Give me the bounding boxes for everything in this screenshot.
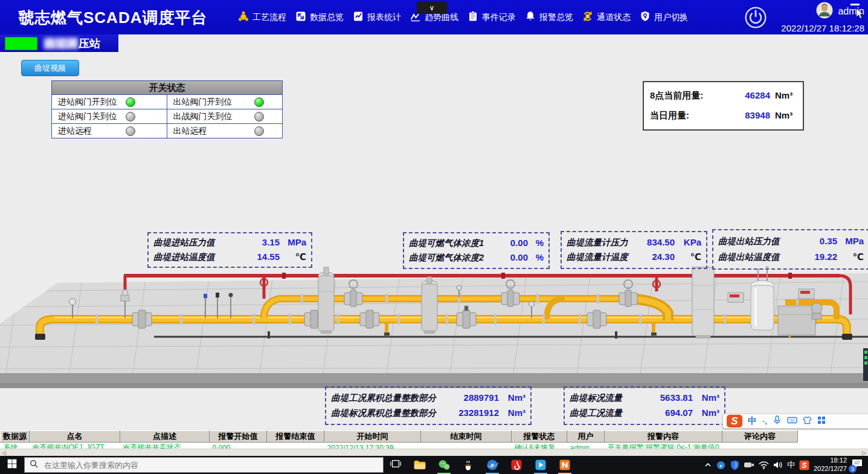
nav-item-channel-status[interactable]: 通道状态 — [582, 10, 631, 24]
station-video-button[interactable]: 曲堤视频 — [21, 60, 79, 76]
wifi-icon[interactable] — [759, 461, 769, 469]
ie-browser-icon[interactable]: e — [480, 456, 504, 474]
ime-punctuation-icon[interactable]: ·, — [762, 417, 767, 426]
qq-icon[interactable] — [456, 456, 480, 474]
tray-time-value: 18:12 — [814, 456, 847, 465]
col-point-desc: 点描述 — [120, 431, 210, 443]
notification-center-button[interactable]: 3 — [851, 458, 866, 472]
alarm-hscrollbar[interactable]: ◁ ▷ — [0, 449, 868, 456]
data-overview-icon — [295, 10, 307, 24]
sogou-ime-bar: S 中 ·, — [722, 414, 868, 429]
tray-device-icon[interactable] — [744, 461, 754, 469]
nav-label: 通道状态 — [597, 12, 631, 23]
switch-status-title: 开关状态 — [52, 81, 282, 95]
system-tray: e 中 S 18:12 2022/12/27 3 — [704, 456, 868, 473]
station-status-indicator — [5, 37, 37, 50]
search-icon — [30, 459, 38, 470]
speaker-icon[interactable] — [773, 461, 783, 469]
nav-item-alarm-overview[interactable]: 报警总览 — [524, 10, 573, 24]
user-avatar[interactable] — [816, 2, 833, 21]
nav-item-report-stats[interactable]: 报表统计 — [352, 10, 401, 24]
svg-text:e: e — [490, 461, 494, 469]
windows-taskbar: e e 中 S 18:12 2022/12/27 3 — [0, 456, 868, 474]
status-led — [126, 126, 135, 136]
usage-row: 当日用量:83948Nm³ — [650, 110, 797, 122]
col-alarm-start-value: 报警开始值 — [210, 431, 267, 443]
status-led — [126, 112, 135, 122]
alarm-table-section: 数据源 点名 点描述 报警开始值 报警结束值 开始时间 结束时间 报警状态 用户… — [0, 430, 868, 449]
nav-label: 报警总览 — [539, 12, 573, 23]
pipeline-3d-view — [0, 266, 868, 388]
col-point-name: 点名 — [30, 431, 120, 443]
gas-concentration-panel: 曲堤可燃气体浓度10.00% 曲堤可燃气体浓度20.00% — [403, 232, 550, 269]
switch-cell: 出战阀门关到位 — [167, 109, 283, 124]
tray-ime-indicator[interactable]: 中 — [787, 459, 795, 470]
tray-date-value: 2022/12/27 — [814, 465, 847, 473]
alarm-bell-icon — [524, 10, 536, 24]
nav-item-process-flow[interactable]: 工艺流程 — [237, 10, 286, 24]
switch-cell: 出站远程 — [167, 124, 283, 138]
power-logout-button[interactable] — [744, 6, 767, 29]
nav-label: 用户切换 — [654, 12, 688, 23]
usage-row: 8点当前用量:46284Nm³ — [650, 90, 797, 102]
nav-item-data-overview[interactable]: 数据总览 — [295, 10, 344, 24]
start-button[interactable] — [0, 456, 24, 474]
station-name-blurred: 曲堤调 — [43, 37, 79, 50]
nav-label: 工艺流程 — [252, 12, 286, 23]
col-user: 用户 — [567, 431, 605, 443]
windows-logo-icon — [7, 458, 18, 472]
tray-clock[interactable]: 18:12 2022/12/27 — [814, 456, 847, 473]
nav-label: 事件记录 — [482, 12, 516, 23]
taskbar-search-box[interactable] — [24, 457, 384, 473]
tray-expand-chevron[interactable] — [704, 462, 712, 468]
file-explorer-icon[interactable] — [408, 456, 432, 474]
nav-item-event-log[interactable]: 事件记录 — [467, 10, 516, 24]
sogou-logo-icon[interactable]: S — [727, 415, 742, 427]
status-led — [254, 97, 264, 107]
col-data-source: 数据源 — [1, 431, 30, 443]
switch-status-table: 开关状态 进站阀门开到位 出站阀门开到位 进站阀门关到位 出战阀门关到位 进站远… — [51, 80, 283, 138]
app-title: 虢志燃气SCADA调度平台 — [18, 7, 207, 28]
user-switch-shield-icon — [639, 10, 651, 24]
col-end-time: 结束时间 — [421, 431, 512, 443]
col-comment: 评论内容 — [722, 431, 798, 443]
status-led — [254, 126, 264, 136]
ime-keyboard-icon[interactable] — [787, 416, 797, 427]
svg-text:S: S — [802, 461, 806, 470]
station-tab-label: 曲堤调压站 — [43, 36, 100, 51]
note-app-icon[interactable] — [553, 456, 577, 474]
video-player-icon[interactable] — [529, 456, 553, 474]
daily-usage-panel: 8点当前用量:46284Nm³ 当日用量:83948Nm³ — [643, 81, 804, 131]
wechat-icon[interactable] — [432, 456, 456, 474]
flow-rate-panel: 曲堤标况流量5633.81Nm³ 曲堤工况流量694.07Nm³ — [564, 386, 725, 425]
task-view-button[interactable] — [384, 456, 408, 474]
tray-ie-icon[interactable]: e — [716, 460, 726, 470]
switch-cell: 进站阀门开到位 — [52, 95, 167, 109]
nav-item-user-switch[interactable]: 用户切换 — [639, 10, 688, 24]
arrow-left-icon: ◁ — [2, 450, 6, 456]
inlet-pressure-panel: 曲堤进站压力值3.15MPa 曲堤进站温度值14.55℃ — [147, 232, 312, 268]
notification-badge: 3 — [849, 465, 857, 473]
ime-mic-icon[interactable] — [773, 415, 782, 427]
ime-toolbox-icon[interactable] — [817, 416, 826, 427]
tray-sogou-icon[interactable]: S — [799, 460, 809, 470]
cumulative-total-panel: 曲堤工况累积总量整数部分2889791Nm³ 曲堤标况累积总量整数部分23281… — [325, 386, 532, 425]
ime-skin-icon[interactable] — [803, 416, 812, 427]
status-led — [254, 112, 264, 122]
event-log-icon — [467, 10, 479, 24]
header-dropdown-chevron[interactable]: ∨ — [417, 1, 447, 14]
status-led — [126, 97, 135, 107]
search-input[interactable] — [43, 460, 378, 470]
edge-window-fragment — [863, 348, 868, 381]
netease-music-icon[interactable] — [504, 456, 529, 474]
ime-mode-chinese[interactable]: 中 — [748, 415, 757, 427]
tray-security-shield-icon[interactable] — [730, 460, 739, 470]
station-tab[interactable]: 曲堤调压站 — [0, 34, 118, 52]
alarm-header-row: 数据源 点名 点描述 报警开始值 报警结束值 开始时间 结束时间 报警状态 用户… — [1, 431, 798, 443]
task-view-icon — [390, 458, 401, 472]
nav-label: 数据总览 — [310, 12, 344, 23]
switch-status-grid: 进站阀门开到位 出站阀门开到位 进站阀门关到位 出战阀门关到位 进站远程 出站远… — [52, 95, 282, 138]
col-alarm-content: 报警内容 — [605, 431, 722, 443]
col-alarm-state: 报警状态 — [512, 431, 567, 443]
minimize-icon[interactable] — [850, 4, 860, 5]
